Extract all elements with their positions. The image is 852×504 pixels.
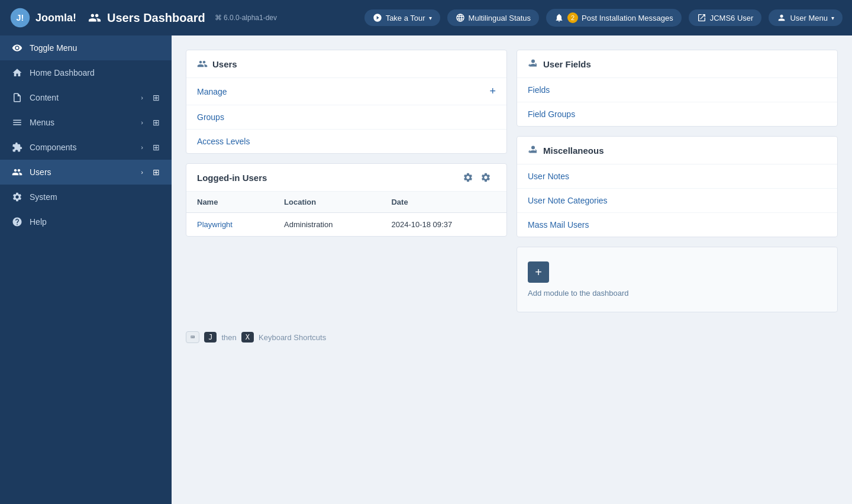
sidebar-item-label: Components [30,143,76,152]
manage-link-row: Manage + [186,78,506,105]
version-badge: ⌘ 6.0.0-alpha1-dev [215,14,277,22]
toggle-menu-label: Toggle Menu [30,43,77,53]
users-arrow-icon: › [141,169,143,176]
tour-btn-label: Take a Tour [386,14,425,22]
sidebar-item-label: Menus [30,118,54,127]
col-location: Location [273,192,380,213]
user-fields-card-header: User Fields [517,50,837,78]
miscellaneous-card: Miscellaneous User Notes User Note Categ… [517,136,838,237]
user-name-cell: Playwright [186,213,273,237]
logged-in-users-card: Logged-in Users Name Location Date [186,163,507,237]
user-notes-link[interactable]: User Notes [517,164,837,189]
keyboard-shortcuts-bar: ⌨ J then X Keyboard Shortcuts [186,331,838,343]
svg-text:J!: J! [17,13,24,22]
main-content: Users Manage + Groups Access Levels Logg… [172,35,852,504]
menus-arrow-icon: › [141,119,143,126]
sidebar-item-help[interactable]: Help [0,209,172,234]
field-groups-link[interactable]: Field Groups [517,102,837,126]
tour-chevron-icon: ▾ [429,15,432,21]
post-installation-messages-button[interactable]: 2 Post Installation Messages [546,9,682,27]
user-date-cell: 2024-10-18 09:37 [380,213,506,237]
jcms6-user-btn-label: JCMS6 User [710,14,754,22]
logged-in-card-title: Logged-in Users [197,173,267,183]
page-title-area: Users Dashboard [88,11,205,25]
small-gear-icon[interactable] [480,172,491,183]
menus-grid-icon[interactable]: ⊞ [153,118,160,127]
col-date: Date [380,192,506,213]
sidebar-item-label: System [30,192,57,202]
sidebar-item-system[interactable]: System [0,185,172,209]
shortcut-then-label: then [221,333,236,342]
col-name: Name [186,192,273,213]
user-menu-btn-label: User Menu [790,14,828,22]
take-a-tour-button[interactable]: Take a Tour ▾ [364,9,440,26]
users-card-title: Users [212,59,237,69]
users-grid-icon[interactable]: ⊞ [153,167,160,177]
content-arrow-icon: › [141,94,143,101]
components-grid-icon[interactable]: ⊞ [153,143,160,152]
sidebar-item-users[interactable]: Users › ⊞ [0,160,172,185]
sidebar-item-label: Help [30,217,47,227]
shortcut-description: Keyboard Shortcuts [259,333,326,342]
groups-link[interactable]: Groups [186,105,506,130]
shortcut-key-j: J [204,332,217,343]
components-arrow-icon: › [141,144,143,151]
shortcut-key-x: X [241,332,254,343]
add-module-area: + Add module to the dashboard [517,247,838,312]
user-fields-card: User Fields Fields Field Groups [517,50,838,127]
sidebar: Toggle Menu Home Dashboard Content › ⊞ M… [0,35,172,504]
sidebar-item-label: Content [30,93,59,102]
add-module-button[interactable]: + [528,261,549,283]
logged-in-card-header: Logged-in Users [186,164,506,192]
logo-text: Joomla! [36,12,76,24]
user-location-cell: Administration [273,213,380,237]
manage-add-button[interactable]: + [489,85,496,98]
page-title: Users Dashboard [107,11,205,25]
sidebar-item-label: Home Dashboard [30,68,95,77]
user-note-categories-link[interactable]: User Note Categories [517,189,837,213]
gear-controls[interactable] [463,172,496,183]
users-card: Users Manage + Groups Access Levels [186,50,507,154]
top-navigation: J! Joomla! Users Dashboard ⌘ 6.0.0-alpha… [0,0,852,35]
logo[interactable]: J! Joomla! [9,7,76,28]
mass-mail-users-link[interactable]: Mass Mail Users [517,213,837,237]
multilingual-status-button[interactable]: Multilingual Status [447,9,540,26]
content-grid-icon[interactable]: ⊞ [153,93,160,102]
multilingual-btn-label: Multilingual Status [469,14,531,22]
user-menu-chevron-icon: ▾ [831,15,834,21]
miscellaneous-card-header: Miscellaneous [517,137,837,164]
jcms6-user-button[interactable]: JCMS6 User [689,9,762,26]
fields-link[interactable]: Fields [517,78,837,102]
sidebar-item-home-dashboard[interactable]: Home Dashboard [0,60,172,85]
sidebar-item-components[interactable]: Components › ⊞ [0,135,172,160]
keyboard-icon: ⌨ [186,331,199,343]
sidebar-item-content[interactable]: Content › ⊞ [0,85,172,110]
right-column: User Fields Fields Field Groups Miscella… [517,50,838,312]
manage-link[interactable]: Manage [197,87,227,96]
left-column: Users Manage + Groups Access Levels Logg… [186,50,507,246]
logged-in-table: Name Location Date Playwright Administra… [186,192,506,236]
toggle-menu-item[interactable]: Toggle Menu [0,35,172,60]
sidebar-item-label: Users [30,167,51,177]
sidebar-item-menus[interactable]: Menus › ⊞ [0,110,172,135]
add-module-label: Add module to the dashboard [528,289,629,298]
content-grid: Users Manage + Groups Access Levels Logg… [186,50,838,312]
table-row: Playwright Administration 2024-10-18 09:… [186,213,506,237]
post-install-btn-label: Post Installation Messages [582,14,673,22]
access-levels-link[interactable]: Access Levels [186,130,506,153]
user-fields-title: User Fields [543,59,591,69]
miscellaneous-title: Miscellaneous [543,146,604,156]
gear-icon[interactable] [463,172,473,183]
users-card-header: Users [186,50,506,78]
user-menu-button[interactable]: User Menu ▾ [769,9,843,26]
notification-badge: 2 [567,12,578,23]
playwright-link[interactable]: Playwright [197,220,233,229]
